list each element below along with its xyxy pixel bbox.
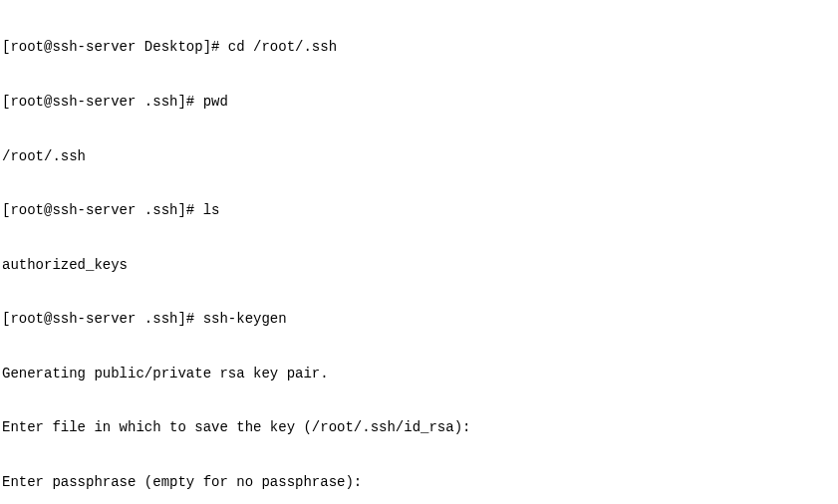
- shell-command: cd /root/.ssh: [228, 39, 337, 55]
- shell-prompt: [root@ssh-server Desktop]#: [2, 39, 228, 55]
- shell-output: Generating public/private rsa key pair.: [2, 366, 329, 381]
- terminal-line: [root@ssh-server .ssh]# ls: [2, 201, 836, 219]
- terminal-line: [root@ssh-server Desktop]# cd /root/.ssh: [2, 38, 836, 56]
- shell-command: ls: [203, 202, 220, 218]
- terminal-line: [root@ssh-server .ssh]# ssh-keygen: [2, 310, 836, 328]
- terminal-line: Enter passphrase (empty for no passphras…: [2, 473, 836, 491]
- shell-output: Enter passphrase (empty for no passphras…: [2, 474, 362, 490]
- shell-command: pwd: [203, 94, 228, 110]
- shell-command: ssh-keygen: [203, 311, 287, 327]
- terminal-line: Generating public/private rsa key pair.: [2, 365, 836, 382]
- shell-prompt: [root@ssh-server .ssh]#: [2, 311, 203, 327]
- terminal-line: /root/.ssh: [2, 147, 836, 165]
- shell-output: authorized_keys: [2, 257, 128, 273]
- terminal-line: [root@ssh-server .ssh]# pwd: [2, 93, 836, 111]
- shell-output: Enter file in which to save the key (/ro…: [2, 419, 470, 435]
- terminal-line: Enter file in which to save the key (/ro…: [2, 418, 836, 436]
- shell-prompt: [root@ssh-server .ssh]#: [2, 202, 203, 218]
- terminal-line: authorized_keys: [2, 256, 836, 274]
- shell-prompt: [root@ssh-server .ssh]#: [2, 94, 203, 110]
- terminal-output: [root@ssh-server Desktop]# cd /root/.ssh…: [2, 2, 836, 504]
- shell-output: /root/.ssh: [2, 148, 86, 164]
